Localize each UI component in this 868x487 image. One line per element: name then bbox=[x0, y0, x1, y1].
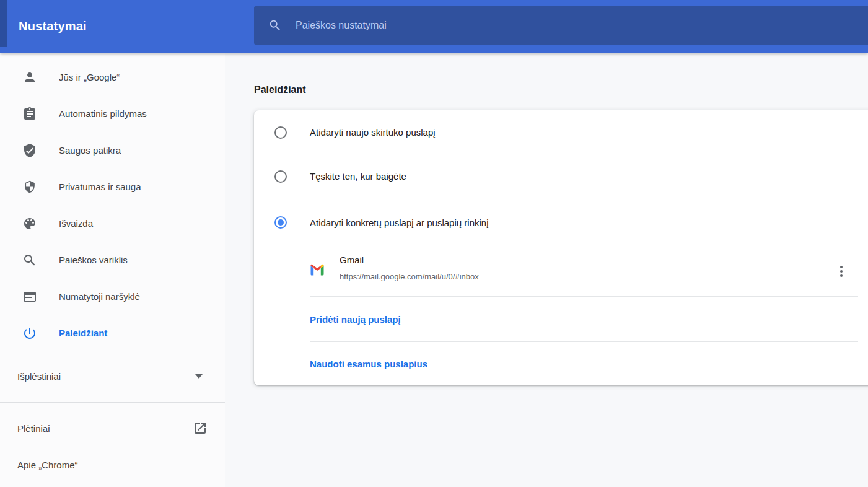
sidebar-item-label: Paleidžiant bbox=[59, 328, 107, 338]
radio-option-label: Atidaryti naujo skirtuko puslapį bbox=[310, 127, 436, 138]
advanced-label: Išplėstiniai bbox=[17, 371, 61, 382]
power-icon bbox=[22, 326, 37, 341]
sidebar-item-label: Išvaizda bbox=[59, 218, 93, 229]
sidebar-item-label: Automatinis pildymas bbox=[59, 108, 147, 119]
settings-searchbox[interactable] bbox=[254, 6, 868, 45]
search-icon bbox=[268, 19, 282, 32]
use-current-pages-label: Naudoti esamus puslapius bbox=[310, 359, 427, 369]
sidebar-item-on-startup[interactable]: Paleidžiant bbox=[0, 315, 225, 351]
browser-window-icon bbox=[22, 289, 37, 304]
extensions-label: Plėtiniai bbox=[17, 423, 50, 434]
sidebar-item-about-chrome[interactable]: Apie „Chrome“ bbox=[0, 450, 225, 480]
add-new-page-button[interactable]: Pridėti naują puslapį bbox=[254, 297, 868, 341]
sidebar-item-label: Numatytoji naršyklė bbox=[59, 291, 140, 302]
page-options-button[interactable] bbox=[830, 260, 853, 283]
use-current-pages-button[interactable]: Naudoti esamus puslapius bbox=[254, 342, 868, 385]
sidebar-item-label: Saugos patikra bbox=[59, 145, 121, 156]
palette-icon bbox=[22, 216, 37, 231]
sidebar-item-you-and-google[interactable]: Jūs ir „Google“ bbox=[0, 59, 225, 95]
header-left-edge bbox=[0, 0, 7, 47]
radio-option-new-tab[interactable]: Atidaryti naujo skirtuko puslapį bbox=[254, 110, 868, 154]
radio-option-label: Tęskite ten, kur baigėte bbox=[310, 171, 406, 182]
radio-button-icon[interactable] bbox=[274, 216, 287, 229]
shield-check-icon bbox=[22, 143, 37, 158]
sidebar-item-extensions[interactable]: Plėtiniai bbox=[0, 413, 225, 443]
startup-page-url: https://mail.google.com/mail/u/0/#inbox bbox=[340, 271, 479, 283]
about-label: Apie „Chrome“ bbox=[17, 460, 78, 470]
sidebar: Jūs ir „Google“ Automatinis pildymas Sau… bbox=[0, 53, 225, 487]
sidebar-item-label: Privatumas ir sauga bbox=[59, 182, 141, 192]
sidebar-item-safety-check[interactable]: Saugos patikra bbox=[0, 132, 225, 169]
gmail-icon bbox=[310, 264, 325, 276]
section-title: Paleidžiant bbox=[254, 84, 306, 95]
external-link-icon bbox=[193, 421, 208, 436]
sidebar-divider bbox=[0, 402, 225, 403]
sidebar-nav: Jūs ir „Google“ Automatinis pildymas Sau… bbox=[0, 53, 225, 351]
startup-page-name: Gmail bbox=[340, 254, 479, 266]
sidebar-item-search-engine[interactable]: Paieškos variklis bbox=[0, 242, 225, 278]
add-new-page-label: Pridėti naują puslapį bbox=[310, 314, 401, 325]
sidebar-item-autofill[interactable]: Automatinis pildymas bbox=[0, 95, 225, 132]
sidebar-item-default-browser[interactable]: Numatytoji naršyklė bbox=[0, 278, 225, 315]
sidebar-item-label: Jūs ir „Google“ bbox=[59, 72, 120, 82]
search-input[interactable] bbox=[296, 20, 791, 31]
sidebar-advanced-toggle[interactable]: Išplėstiniai bbox=[0, 361, 225, 391]
startup-page-row: Gmail https://mail.google.com/mail/u/0/#… bbox=[254, 247, 868, 296]
radio-option-label: Atidaryti konkretų puslapį ar puslapių r… bbox=[310, 217, 488, 228]
clipboard-icon bbox=[22, 107, 37, 121]
sidebar-item-privacy-security[interactable]: Privatumas ir sauga bbox=[0, 169, 225, 205]
radio-button-icon[interactable] bbox=[274, 170, 287, 183]
radio-option-continue[interactable]: Tęskite ten, kur baigėte bbox=[254, 154, 868, 198]
chevron-down-icon bbox=[195, 374, 203, 379]
radio-option-specific-pages[interactable]: Atidaryti konkretų puslapį ar puslapių r… bbox=[254, 198, 868, 247]
person-icon bbox=[22, 70, 37, 85]
radio-button-icon[interactable] bbox=[274, 126, 287, 139]
kebab-menu-icon bbox=[840, 266, 843, 277]
page-title: Nustatymai bbox=[19, 0, 87, 53]
on-startup-card: Atidaryti naujo skirtuko puslapį Tęskite… bbox=[254, 110, 868, 385]
sidebar-item-label: Paieškos variklis bbox=[59, 255, 128, 265]
search-icon bbox=[22, 253, 37, 268]
startup-page-text: Gmail https://mail.google.com/mail/u/0/#… bbox=[340, 254, 479, 283]
settings-header: Nustatymai bbox=[0, 0, 868, 53]
sidebar-item-appearance[interactable]: Išvaizda bbox=[0, 205, 225, 242]
half-shield-icon bbox=[22, 180, 37, 195]
